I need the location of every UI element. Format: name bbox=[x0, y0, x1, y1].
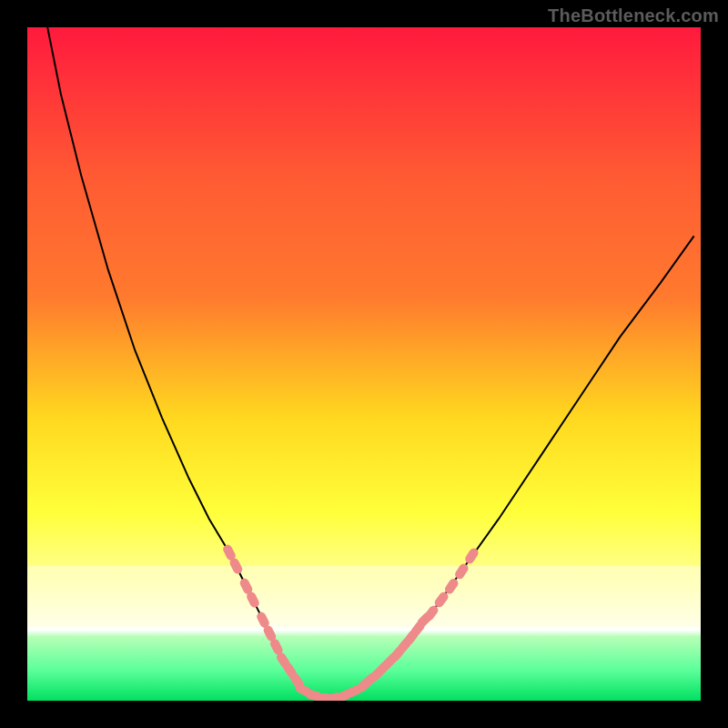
pale-band bbox=[27, 566, 701, 627]
watermark-text: TheBottleneck.com bbox=[548, 5, 719, 26]
chart-frame: TheBottleneck.com bbox=[0, 0, 728, 728]
chart-svg bbox=[27, 27, 701, 701]
plot-area bbox=[27, 27, 701, 701]
